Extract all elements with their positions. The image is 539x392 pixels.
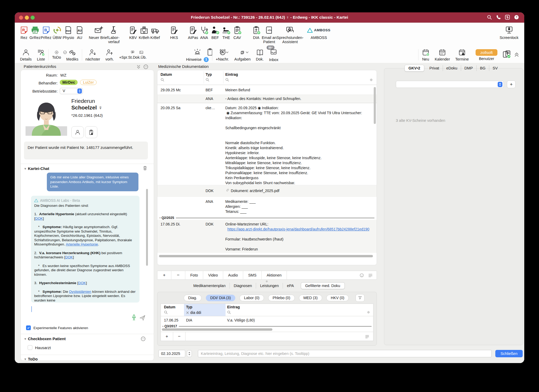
doc-row-typ[interactable]: cke…: [206, 105, 215, 110]
filtered-row-date[interactable]: 17.06.25: [164, 318, 178, 323]
tab-bg[interactable]: BG: [477, 65, 489, 71]
add-entry-button[interactable]: +: [157, 271, 171, 279]
neu-termin-button[interactable]: Neu: [422, 49, 430, 61]
add-schein-button[interactable]: +: [507, 81, 516, 88]
tab-diagnosen[interactable]: Diagnosen: [230, 283, 256, 289]
tab-sv[interactable]: SV: [489, 65, 501, 71]
foto-button[interactable]: Foto: [185, 271, 203, 279]
panel-options-icon[interactable]: [143, 64, 148, 70]
col-typ[interactable]: Typ: [186, 305, 192, 309]
filtered-row-text[interactable]: V.a. Vitiligo (L80): [227, 318, 255, 323]
patient-details-button[interactable]: [71, 126, 84, 138]
audio-button[interactable]: Audio: [223, 271, 243, 279]
filter-pill-ddi-dia[interactable]: DDI/ DIA (3): [206, 295, 235, 301]
vorheriger-button[interactable]: vorh.: [105, 49, 114, 61]
eintrag-search-icon[interactable]: [227, 310, 231, 315]
remote-support-icon[interactable]: [505, 15, 510, 20]
col-datum[interactable]: Datum: [161, 72, 172, 77]
toolbar-grrez-button[interactable]: GrRez: [29, 26, 41, 40]
filtered-row-typ[interactable]: DIA: [186, 318, 192, 323]
aufgaben-button[interactable]: Aufgaben: [234, 49, 251, 61]
col-typ[interactable]: Typ: [206, 72, 212, 77]
tab-edoku[interactable]: eDoku: [443, 65, 461, 71]
doc-row-date[interactable]: 17.06.25 Di.: [161, 222, 181, 227]
termine-button[interactable]: Termine: [455, 49, 469, 61]
benutzer-button[interactable]: zollsoft Benutzer: [476, 49, 497, 61]
hinweise-group[interactable]: Hinweise1: [186, 48, 209, 62]
doc-row-date[interactable]: 29.09.25 Mc: [161, 88, 181, 93]
circle-back-arrow-icon[interactable]: [54, 50, 59, 54]
toolbar-krbeh-button[interactable]: KrBeh: [138, 26, 149, 40]
filtered-horizontal-scrollbar[interactable]: [162, 328, 272, 331]
doc-row-attachment[interactable]: Dokument: arztbrief_2025.pdf: [231, 188, 371, 193]
toolbar-uebw-button[interactable]: ÜBW: [52, 26, 63, 40]
entry-date-field[interactable]: 02.10.2025: [158, 350, 185, 357]
kv-karte-button[interactable]: [502, 50, 511, 59]
sms-button[interactable]: SMS: [243, 271, 262, 279]
experimental-features-checkbox[interactable]: Experimentelle Features aktivieren: [26, 325, 88, 330]
toolbar-amboss-button[interactable]: AMBOSS AMBOSS: [307, 26, 330, 40]
collapse-sections-icon[interactable]: [136, 64, 141, 70]
remove-entry-button[interactable]: −: [171, 271, 185, 279]
section-options-icon[interactable]: [141, 336, 146, 342]
schliessen-button[interactable]: Schließen: [495, 350, 523, 357]
table-settings-gear-icon[interactable]: [369, 78, 373, 83]
typ-filter-token[interactable]: dia ddi: [186, 310, 201, 315]
zoom-window-button[interactable]: [31, 16, 35, 20]
filter-pill-hkv[interactable]: HKV (0): [326, 295, 349, 301]
aktionen-button[interactable]: Aktionen: [262, 271, 287, 279]
toolbar-laborverlauf-button[interactable]: Labor- verlauf: [108, 26, 120, 44]
toolbar-screenlock-button[interactable]: Screenlock: [500, 26, 518, 40]
wartezimmer-link[interactable]: https://app.arzt-direkt.de/hautpraxis-je…: [227, 227, 375, 232]
toolbar-prrez-button[interactable]: B PrRez: [41, 26, 52, 40]
spr-st-dok-ueb-group[interactable]: +Spr.St.Dok.Üb.: [119, 50, 147, 59]
toolbar-au-button[interactable]: AU AU: [74, 26, 85, 40]
kartei-chat-header[interactable]: ▾Kartei-Chat: [24, 166, 49, 171]
mediks-button[interactable]: Mediks: [66, 49, 78, 61]
doc-row-text[interactable]: Online-Wartezimmer URL:: [225, 222, 373, 227]
toolbar-dia-button[interactable]: DIA: [251, 26, 262, 40]
add-filtered-entry-button[interactable]: +: [161, 332, 173, 341]
phone-icon[interactable]: [496, 15, 501, 20]
close-window-button[interactable]: [19, 16, 23, 20]
hausarzt-checkbox[interactable]: Hausarzt: [28, 345, 51, 350]
doc-row-text[interactable]: Medikamente: ___ Allergien: ___ Tetanus:…: [225, 199, 371, 214]
betriebsstaette-select[interactable]: V: [60, 88, 83, 94]
dok-button[interactable]: Dok.: [256, 49, 264, 61]
doc-horizontal-scrollbar[interactable]: [159, 255, 373, 257]
typ-search-icon[interactable]: [206, 78, 209, 83]
filter-pill-diag[interactable]: Diag.: [184, 295, 202, 301]
tab-gkv[interactable]: GKV•2: [405, 65, 424, 72]
layout-list-icon[interactable]: [368, 271, 373, 279]
doc-row-typ[interactable]: BEF: [206, 88, 213, 93]
doc-row-text[interactable]: Datum: 20.09.2025 ◉ Indikation: ◉ Zusamm…: [225, 105, 373, 185]
details-button[interactable]: Details: [20, 49, 32, 61]
toolbar-cav-button[interactable]: CAV: [232, 26, 243, 40]
tab-epa[interactable]: ePA: [283, 283, 298, 289]
remove-filtered-entry-button[interactable]: −: [173, 332, 186, 341]
search-icon[interactable]: [487, 15, 492, 20]
toolbar-physio-button[interactable]: PHY Physio: [63, 26, 74, 40]
date-stepper[interactable]: [187, 350, 192, 357]
patient-record-button[interactable]: [85, 126, 97, 138]
emoji-icon[interactable]: [359, 271, 364, 279]
chat-input-caret[interactable]: [31, 306, 32, 312]
col-eintrag[interactable]: Eintrag: [225, 72, 238, 77]
kv-schein-select[interactable]: [396, 81, 504, 88]
col-datum[interactable]: Datum: [164, 305, 176, 309]
doc-row-typ[interactable]: ANA: [206, 199, 213, 204]
help-icon[interactable]: ?: [514, 15, 519, 20]
chat-scrollbar[interactable]: [146, 189, 148, 266]
toolbar-neuer-brief-button[interactable]: Neuer Brief: [89, 26, 108, 40]
filter-funnel-button[interactable]: [356, 294, 365, 302]
liste-button[interactable]: Liste: [37, 49, 45, 61]
tab-medikamentenplan[interactable]: Medikamentenplan: [189, 283, 230, 289]
layout-list-icon[interactable]: [365, 332, 370, 341]
tab-privat[interactable]: Privat: [426, 65, 443, 71]
minimize-window-button[interactable]: [25, 16, 29, 20]
todo-header[interactable]: ▾ToDo: [24, 357, 38, 361]
doc-row-text[interactable]: - Anlass des Kontakts: Husten und Schnup…: [225, 96, 371, 101]
doc-row-date[interactable]: 20.09.25 Sa: [161, 105, 181, 110]
toolbar-hks-button[interactable]: HKS: [168, 26, 179, 40]
toolbar-rez-button[interactable]: R Rez: [18, 26, 29, 40]
